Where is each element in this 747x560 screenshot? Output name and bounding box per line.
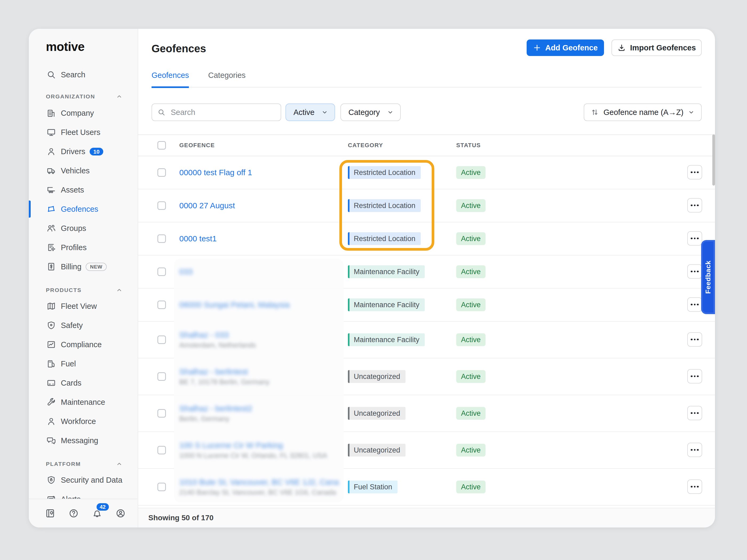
row-actions-button[interactable] (687, 443, 702, 457)
row-checkbox[interactable] (157, 300, 166, 309)
geofence-link[interactable]: Shalhaz - berlintest2 (179, 404, 252, 413)
row-checkbox[interactable] (157, 372, 166, 381)
motive-logo: motive (29, 29, 138, 65)
chart-doc-icon (46, 340, 56, 349)
category-filter-dropdown[interactable]: Category (340, 104, 401, 121)
sidebar-item-vehicles[interactable]: Vehicles (29, 161, 138, 180)
geofence-link[interactable]: 00000 test Flag off 1 (179, 168, 252, 177)
row-actions-button[interactable] (687, 369, 702, 383)
sidebar-item-fleet-users[interactable]: Fleet Users (29, 123, 138, 142)
row-actions-button[interactable] (687, 231, 702, 246)
sidebar-item-maintenance[interactable]: Maintenance (29, 393, 138, 412)
table-row: 0000 test1 Restricted Location Active (138, 222, 715, 256)
sort-arrows-icon (591, 108, 599, 116)
row-actions-button[interactable] (687, 297, 702, 312)
row-actions-button[interactable] (687, 332, 702, 347)
sidebar-section-platform[interactable]: PLATFORM (29, 455, 138, 471)
sidebar-item-label: Profiles (61, 243, 87, 252)
add-geofence-button[interactable]: Add Geofence (526, 39, 604, 56)
import-geofences-button[interactable]: Import Geofences (612, 39, 702, 56)
referrals-icon[interactable] (45, 508, 55, 519)
column-header-status: STATUS (456, 142, 481, 149)
sidebar-item-drivers[interactable]: Drivers10 (29, 142, 138, 161)
row-actions-button[interactable] (687, 264, 702, 279)
sidebar-item-label: Safety (61, 321, 83, 330)
sidebar-item-fuel[interactable]: Fuel (29, 354, 138, 373)
category-badge: Restricted Location (348, 199, 421, 212)
status-badge: Active (456, 298, 486, 311)
tab-geofences[interactable]: Geofences (152, 69, 189, 88)
page-title: Geofences (152, 43, 206, 55)
row-checkbox[interactable] (157, 267, 166, 276)
category-badge: Uncategorized (348, 444, 406, 456)
sidebar-item-label: Billing (61, 262, 81, 271)
notifications-icon[interactable]: 42 (92, 508, 102, 519)
row-checkbox[interactable] (157, 234, 166, 243)
geofence-link[interactable]: Shalhaz - 033 (179, 330, 256, 340)
row-actions-button[interactable] (687, 406, 702, 420)
sidebar-item-billing[interactable]: BillingNEW (29, 257, 138, 276)
geofence-link[interactable]: 100 S Lucerne Cir W Parking (179, 441, 327, 450)
select-all-checkbox[interactable] (157, 141, 166, 150)
chevron-down-icon (688, 109, 695, 116)
sidebar-item-label: Compliance (61, 340, 102, 349)
table-row: 00000 test Flag off 1 Restricted Locatio… (138, 156, 715, 189)
sidebar-item-company[interactable]: Company (29, 104, 138, 123)
sidebar-item-label: Drivers (61, 147, 85, 156)
fuel-pump-icon (46, 359, 56, 369)
sidebar-item-geofences[interactable]: Geofences (29, 199, 138, 219)
row-checkbox[interactable] (157, 168, 166, 177)
row-actions-button[interactable] (687, 479, 702, 494)
sidebar-section-organization[interactable]: ORGANIZATION (29, 89, 138, 104)
row-actions-button[interactable] (687, 198, 702, 213)
tab-categories[interactable]: Categories (208, 69, 246, 87)
sidebar-item-assets[interactable]: Assets (29, 180, 138, 199)
chevron-up-icon (116, 287, 123, 294)
sidebar-item-groups[interactable]: Groups (29, 219, 138, 238)
search-icon (46, 70, 56, 79)
geofence-link[interactable]: 0000 test1 (179, 234, 216, 243)
people-icon (46, 223, 56, 233)
person-icon (46, 417, 56, 426)
row-checkbox[interactable] (157, 409, 166, 418)
geofence-link[interactable]: Shalhaz - berlintest (179, 367, 269, 376)
count-badge: 10 (89, 148, 103, 156)
sidebar-item-fleet-view[interactable]: Fleet View (29, 296, 138, 316)
sidebar-item-workforce[interactable]: Workforce (29, 412, 138, 431)
sidebar-item-safety[interactable]: Safety (29, 316, 138, 335)
sidebar-item-cards[interactable]: Cards (29, 373, 138, 393)
help-icon[interactable] (68, 508, 79, 519)
page-background: motive Search ORGANIZATIONCompanyFleet U… (0, 0, 747, 560)
geofence-link[interactable]: 0000 27 August (179, 201, 235, 210)
sidebar-item-profiles[interactable]: Profiles (29, 238, 138, 257)
sidebar-item-label: Vehicles (61, 166, 89, 175)
sidebar-item-label: Search (61, 71, 85, 79)
sort-dropdown[interactable]: Geofence name (A→Z) (584, 104, 702, 121)
sidebar-footer: 42 (29, 499, 137, 528)
scrollbar-thumb[interactable] (712, 134, 715, 186)
category-badge: Maintenance Facility (348, 334, 425, 346)
category-badge: Fuel Station (348, 481, 397, 494)
status-badge: Active (456, 334, 486, 346)
status-filter-dropdown[interactable]: Active (285, 104, 335, 121)
feedback-label: Feedback (704, 261, 712, 294)
geofence-link[interactable]: 1010 Bute St, Vancouver, BC V6E 1J2, Can… (179, 478, 339, 487)
category-badge: Maintenance Facility (348, 265, 425, 278)
chevron-down-icon (321, 109, 328, 116)
search-input[interactable] (170, 107, 266, 117)
row-checkbox[interactable] (157, 483, 166, 491)
row-checkbox[interactable] (157, 446, 166, 454)
sidebar-item-security-and-data[interactable]: Security and Data (29, 471, 138, 489)
row-actions-button[interactable] (687, 165, 702, 180)
sidebar-item-search[interactable]: Search (29, 65, 138, 84)
geofence-link[interactable]: 033 (179, 267, 192, 276)
account-icon[interactable] (115, 508, 126, 519)
sidebar-section-products[interactable]: PRODUCTS (29, 282, 138, 296)
feedback-tab[interactable]: Feedback (701, 240, 715, 314)
sidebar-item-messaging[interactable]: Messaging (29, 431, 138, 450)
status-badge: Active (456, 407, 486, 420)
geofence-link[interactable]: 06000 Sungai Petani, Malaysia (179, 300, 290, 309)
sidebar-item-compliance[interactable]: Compliance (29, 335, 138, 354)
row-checkbox[interactable] (157, 336, 166, 344)
row-checkbox[interactable] (157, 201, 166, 210)
